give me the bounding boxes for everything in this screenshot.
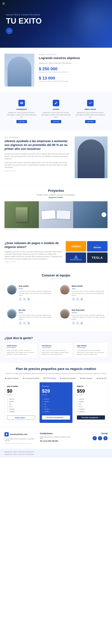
team-facebook-3[interactable]: f bbox=[19, 322, 22, 325]
card-2 bbox=[57, 210, 70, 219]
pricing-list-item-3-4: ✓Voz 2 bbox=[77, 406, 105, 408]
stat-1-desc: Sample text. Click to select the Text El… bbox=[39, 71, 107, 73]
book-decoration bbox=[16, 207, 28, 222]
pricing-list-3: ✓Usuarios ✓Canales ✓Voz ✓Voz 2 ✓Canales2… bbox=[77, 398, 105, 413]
footer-phone: Tel: (111) 360 336 663 bbox=[40, 440, 72, 442]
projects-author: Benjamin Franklin bbox=[5, 196, 107, 198]
footer-brand: muestra@info.com Desde 2002, hemos ayuda… bbox=[5, 432, 37, 444]
check-icon: ✓ bbox=[42, 408, 43, 410]
pricing-list-item-3-5: ✓Canales2 bbox=[77, 408, 105, 410]
team-linkedin-2[interactable]: in bbox=[80, 298, 83, 301]
team-socials-3: f t in bbox=[19, 322, 52, 325]
team-linkedin-1[interactable]: in bbox=[27, 298, 30, 301]
pricing-list-item-1-1: ✓Usuarios bbox=[7, 398, 35, 400]
service-text-2: Sample text. Click to select the Text Bo… bbox=[41, 112, 71, 118]
footer-twitter-icon[interactable]: t bbox=[98, 436, 102, 440]
pricing-feature-4: Subdominios gratuito bbox=[60, 378, 76, 379]
footer-facebook-icon[interactable]: f bbox=[93, 436, 97, 440]
team-facebook-4[interactable]: f bbox=[72, 322, 75, 325]
team-member-3-info: jim vito Junior Lorem ipsum dolor sit am… bbox=[19, 309, 52, 325]
pricing-list-item-2-1: ✓Usuarios bbox=[42, 398, 70, 400]
menu-icon[interactable]: ☰ bbox=[3, 2, 5, 5]
team-linkedin-3[interactable]: in bbox=[27, 322, 30, 325]
pricing-card-team: para el equipo $0 Por mes ✓Usuarios ✓Can… bbox=[5, 382, 38, 423]
team-name-1: bob martín bbox=[19, 285, 52, 287]
footer-main: muestra@info.com Desde 2002, hemos ayuda… bbox=[0, 428, 112, 449]
team-section: Conocer al equipo Imagen de Freepik bob … bbox=[0, 269, 112, 332]
pricing-btn-2[interactable]: Procesar Anualmente → bbox=[42, 416, 70, 420]
testimonial-role-3: CEO/Fundador bbox=[77, 347, 105, 348]
testimonial-name-2: rick johnson bbox=[42, 345, 70, 346]
pricing-btn-3[interactable]: Proceder anualmente → bbox=[77, 416, 105, 420]
pricing-list-item-3-6: ✓Canales3 bbox=[77, 410, 105, 413]
footer-caption: Sample text. Click to select the Text El… bbox=[5, 443, 37, 444]
pricing-list-item-3-2: ✓Canales bbox=[77, 400, 105, 403]
footer-address: 2506 Mullings Rd. la underland colisimo … bbox=[40, 436, 72, 440]
hero-arrow-button[interactable]: → bbox=[6, 28, 13, 34]
feature-label-4: Subdominios gratuito bbox=[62, 378, 76, 379]
partners-logos-grid: amazon ▲ Elevate Rising Agency TESLA bbox=[66, 241, 107, 263]
team-avatar-3 bbox=[7, 309, 17, 318]
service-btn-1[interactable]: Leer más bbox=[17, 120, 27, 123]
feature-label-2: Formularios ilimitados bbox=[25, 378, 39, 379]
feature-label-5: Enlace ilimitado bbox=[82, 378, 92, 379]
pricing-list-item-1-4: ✓Voz 2 bbox=[7, 406, 35, 408]
testimonials-grid: estela larson CEO/Fundador Lorem ipsum d… bbox=[5, 342, 107, 358]
testimonial-role-2: CEO/Fundador bbox=[42, 347, 70, 348]
check-icon: ✓ bbox=[42, 411, 43, 412]
footer-logo-icon bbox=[5, 432, 9, 436]
pricing-price-2: $29 bbox=[42, 388, 70, 394]
team-twitter-4[interactable]: t bbox=[76, 322, 79, 325]
whatwedo-label: Qué hacemos bbox=[5, 136, 70, 138]
testimonial-text-2: Lorem ipsum dolor sit amet, consectetur … bbox=[42, 350, 70, 356]
team-role-1: Junior bbox=[19, 288, 52, 290]
about-content: sobre nosotros Logrando nuestros objetiv… bbox=[34, 54, 107, 84]
testimonials-title: ¿Qué dice la gente? bbox=[5, 336, 107, 340]
avatar-4-figure bbox=[61, 310, 69, 318]
project-slide-1 bbox=[5, 201, 39, 228]
service-btn-2[interactable]: Leer más bbox=[51, 120, 61, 123]
pricing-desc: Comience su viaje como como alguien para… bbox=[5, 372, 107, 374]
elevate-subtitle: ▲ bbox=[94, 244, 101, 246]
tesla-text: TESLA bbox=[92, 256, 103, 260]
projects-title: Proyectos bbox=[5, 189, 107, 193]
check-icon: ✓ bbox=[77, 411, 78, 412]
check-icon: ✓ bbox=[7, 401, 8, 402]
team-facebook-1[interactable]: f bbox=[19, 298, 22, 301]
team-twitter-2[interactable]: t bbox=[76, 298, 79, 301]
carousel-next-button[interactable]: › bbox=[101, 212, 106, 217]
about-description: Sample text. Click to select the Text El… bbox=[39, 62, 107, 64]
check-icon: ✓ bbox=[7, 403, 8, 405]
service-icon-eye bbox=[18, 100, 25, 106]
service-btn-3[interactable]: Leer más bbox=[85, 120, 95, 123]
partners-caption: Imagen de Freepik bbox=[5, 261, 63, 262]
team-linkedin-4[interactable]: in bbox=[80, 322, 83, 325]
pricing-feature-6: Soporte 24/7 bbox=[97, 378, 107, 379]
check-icon: ✓ bbox=[42, 406, 43, 408]
stat-2-value: $ 13 000 bbox=[39, 76, 107, 80]
project-img-books bbox=[5, 201, 39, 228]
team-twitter-3[interactable]: t bbox=[23, 322, 26, 325]
feature-dot-3 bbox=[44, 378, 45, 379]
avatar-2-figure bbox=[61, 286, 69, 294]
check-icon: ✓ bbox=[77, 403, 78, 405]
pricing-btn-1[interactable]: Seguir gratis → bbox=[7, 416, 35, 420]
pricing-list-item-3-1: ✓Usuarios bbox=[77, 398, 105, 400]
rising-triangle bbox=[74, 255, 78, 258]
team-grid: bob martín Junior Lorem ipsum dolor sit … bbox=[5, 282, 107, 327]
pricing-card-personal: Personal $29 Por mes ✓Usuarios ✓Canales … bbox=[39, 382, 73, 423]
footer-instagram-icon[interactable]: in bbox=[103, 436, 107, 440]
partner-logo-tesla: TESLA bbox=[87, 252, 107, 263]
whatwedo-title: ¡Hemos ayudado a las empresas a aumentar… bbox=[5, 139, 70, 151]
team-desc-4: Lorem ipsum dolor sit amet, consectetur … bbox=[72, 314, 105, 320]
pricing-period-2: Por mes bbox=[42, 394, 70, 396]
testimonial-role-1: CEO/Fundador bbox=[7, 347, 35, 348]
check-icon: ✓ bbox=[77, 406, 78, 408]
check-icon: ✓ bbox=[7, 408, 8, 410]
team-facebook-2[interactable]: f bbox=[72, 298, 75, 301]
team-twitter-1[interactable]: t bbox=[23, 298, 26, 301]
project-slide-2 bbox=[39, 201, 73, 228]
partners-text: Paragraph ipsum dolor sit amet, consecte… bbox=[5, 251, 63, 260]
testimonial-card-3: olga ivanova CEO/Fundador Lorem ipsum do… bbox=[74, 342, 107, 358]
pricing-list-2: ✓Usuarios ✓Canales ✓Voz ✓Voz 2 ✓Canales2… bbox=[42, 398, 70, 413]
